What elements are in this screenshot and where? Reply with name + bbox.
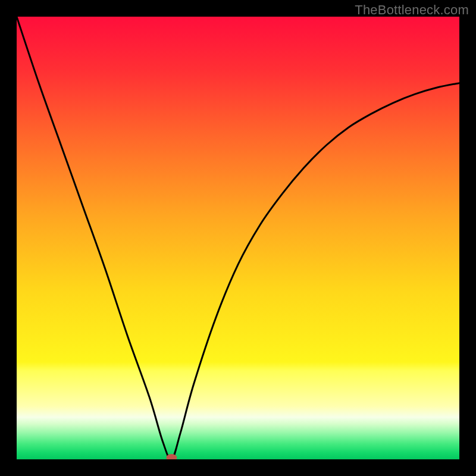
chart-frame: TheBottleneck.com — [0, 0, 476, 476]
chart-svg — [17, 17, 459, 459]
plot-area — [17, 17, 459, 459]
gradient-background — [17, 17, 459, 459]
watermark-text: TheBottleneck.com — [355, 2, 469, 18]
